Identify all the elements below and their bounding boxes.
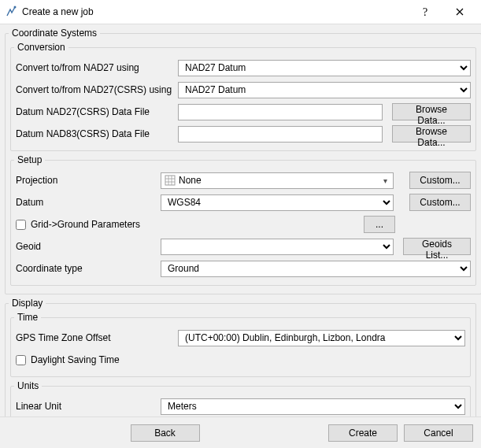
datum-nad27-file-label: Datum NAD27(CSRS) Data File bbox=[16, 106, 173, 117]
projection-value: None bbox=[179, 175, 379, 186]
dst-checkbox-label[interactable]: Daylight Saving Time bbox=[16, 354, 120, 365]
datum-nad27-file-input[interactable] bbox=[178, 104, 383, 120]
datum-custom-button[interactable]: Custom... bbox=[409, 194, 471, 211]
nad27csrs-select[interactable]: NAD27 Datum bbox=[178, 82, 471, 98]
grid-ground-ellipsis-button[interactable]: ... bbox=[364, 216, 395, 233]
datum-select[interactable]: WGS84 bbox=[161, 194, 394, 211]
projection-label: Projection bbox=[16, 175, 156, 186]
app-icon bbox=[5, 6, 17, 18]
svg-text:?: ? bbox=[423, 6, 427, 17]
nad27-select[interactable]: NAD27 Datum bbox=[178, 60, 471, 76]
browse-nad83-button[interactable]: Browse Data... bbox=[392, 125, 471, 143]
help-button[interactable]: ? bbox=[410, 1, 443, 23]
gps-offset-label: GPS Time Zone Offset bbox=[16, 332, 173, 343]
coordinate-systems-legend: Coordinate Systems bbox=[9, 28, 100, 39]
geoid-select[interactable] bbox=[161, 239, 394, 255]
conversion-legend: Conversion bbox=[14, 42, 68, 53]
chevron-down-icon: ▾ bbox=[379, 176, 391, 185]
client-area: Coordinate Systems Conversion Convert to… bbox=[0, 24, 481, 417]
coordinate-systems-group: Coordinate Systems Conversion Convert to… bbox=[5, 28, 481, 294]
dst-checkbox[interactable] bbox=[16, 355, 26, 365]
datum-nad83-file-input[interactable] bbox=[178, 126, 383, 143]
create-button[interactable]: Create bbox=[328, 424, 398, 442]
grid-ground-checkbox-label[interactable]: Grid->Ground Parameters bbox=[16, 219, 156, 230]
coordinate-type-select[interactable]: Ground bbox=[161, 261, 471, 277]
setup-group: Setup Projection None ▾ bbox=[10, 154, 476, 286]
dst-text: Daylight Saving Time bbox=[31, 354, 120, 365]
time-legend: Time bbox=[14, 312, 41, 323]
nad27csrs-label: Convert to/from NAD27(CSRS) using bbox=[16, 84, 173, 95]
gps-offset-select[interactable]: (UTC+00:00) Dublin, Edinburgh, Lizbon, L… bbox=[178, 330, 465, 346]
geoids-list-button[interactable]: Geoids List... bbox=[403, 238, 471, 255]
nad27-label: Convert to/from NAD27 using bbox=[16, 62, 173, 73]
datum-nad83-file-label: Datum NAD83(CSRS) Data File bbox=[16, 128, 173, 139]
linear-unit-label: Linear Unit bbox=[16, 401, 156, 412]
datum-label: Datum bbox=[16, 197, 156, 208]
close-button[interactable] bbox=[443, 1, 476, 23]
titlebar: Create a new job ? bbox=[0, 0, 481, 24]
linear-unit-select[interactable]: Meters bbox=[161, 398, 465, 415]
grid-ground-text: Grid->Ground Parameters bbox=[31, 219, 140, 230]
conversion-group: Conversion Convert to/from NAD27 using N… bbox=[10, 42, 476, 151]
setup-legend: Setup bbox=[14, 154, 45, 165]
svg-point-0 bbox=[14, 6, 17, 9]
footer: Back Create Cancel bbox=[0, 417, 481, 448]
time-group: Time GPS Time Zone Offset (UTC+00:00) Du… bbox=[10, 312, 471, 377]
units-legend: Units bbox=[14, 380, 42, 391]
window-title: Create a new job bbox=[22, 6, 94, 17]
browse-nad27-button[interactable]: Browse Data... bbox=[392, 103, 471, 120]
grid-icon bbox=[165, 175, 176, 186]
display-legend: Display bbox=[9, 298, 46, 309]
grid-ground-checkbox[interactable] bbox=[16, 220, 26, 230]
svg-rect-2 bbox=[165, 176, 175, 185]
projection-select[interactable]: None ▾ bbox=[161, 172, 394, 189]
projection-custom-button[interactable]: Custom... bbox=[409, 172, 471, 189]
back-button[interactable]: Back bbox=[131, 424, 200, 442]
units-group: Units Linear Unit Meters Angular Unit DM… bbox=[10, 380, 471, 417]
coordinate-type-label: Coordinate type bbox=[16, 263, 156, 274]
geoid-label: Geoid bbox=[16, 241, 156, 252]
display-group: Display Time GPS Time Zone Offset (UTC+0… bbox=[5, 298, 476, 417]
cancel-button[interactable]: Cancel bbox=[404, 424, 473, 442]
